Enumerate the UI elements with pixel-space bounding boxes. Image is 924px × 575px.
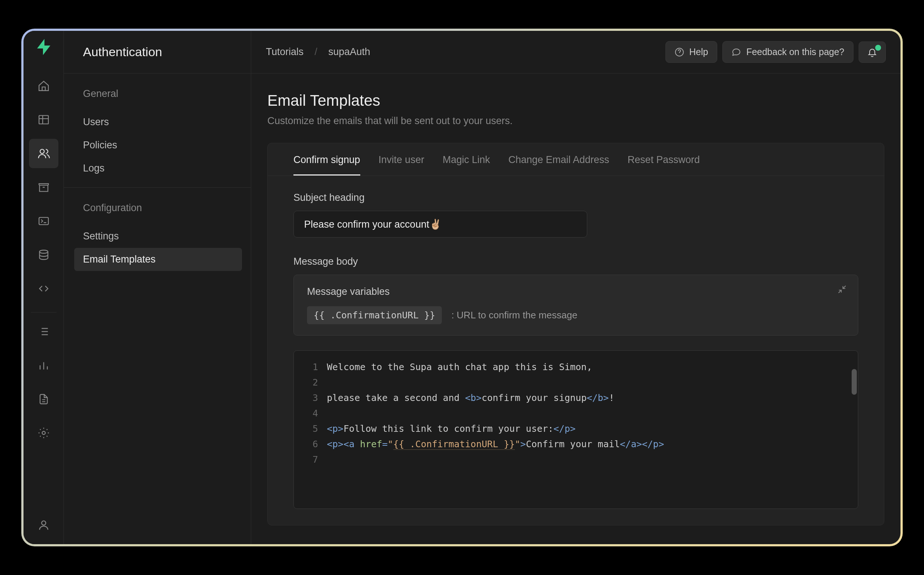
svg-point-5 xyxy=(41,521,46,525)
breadcrumb: Tutorials / supaAuth xyxy=(266,46,370,58)
rail-docs[interactable] xyxy=(29,384,59,414)
body-label: Message body xyxy=(294,256,858,267)
rail-reports[interactable] xyxy=(29,351,59,380)
supabase-logo-icon xyxy=(36,38,52,56)
nav-logs[interactable]: Logs xyxy=(83,157,242,180)
tab-confirm-signup[interactable]: Confirm signup xyxy=(294,154,360,176)
auth-icon xyxy=(38,147,50,160)
rail-tables[interactable] xyxy=(29,105,59,134)
variable-desc: : URL to confirm the message xyxy=(451,310,577,321)
database-icon xyxy=(38,249,50,261)
icon-rail xyxy=(24,31,64,544)
brand-logo[interactable] xyxy=(35,38,52,56)
variables-panel: Message variables {{ .ConfirmationURL }}… xyxy=(294,275,858,335)
home-icon xyxy=(38,80,50,92)
list-icon xyxy=(38,325,50,338)
template-tabs: Confirm signup Invite user Magic Link Ch… xyxy=(268,143,884,176)
rail-database[interactable] xyxy=(29,240,59,270)
feedback-button[interactable]: Feedback on this page? xyxy=(722,41,854,63)
svg-rect-0 xyxy=(39,116,48,124)
rail-home[interactable] xyxy=(29,71,59,101)
variables-title: Message variables xyxy=(307,286,845,297)
tab-change-email[interactable]: Change Email Address xyxy=(508,154,609,176)
rail-list[interactable] xyxy=(29,317,59,346)
reports-icon xyxy=(38,359,50,372)
user-icon xyxy=(38,519,50,531)
help-label: Help xyxy=(689,47,708,57)
notifications-button[interactable] xyxy=(859,41,886,63)
chat-icon xyxy=(732,48,741,57)
nav-group-general: General Users Policies Logs xyxy=(64,73,251,187)
crumb-root[interactable]: Tutorials xyxy=(266,46,304,58)
page-subtitle: Customize the emails that will be sent o… xyxy=(267,115,884,127)
rail-account[interactable] xyxy=(29,510,59,540)
help-button[interactable]: Help xyxy=(665,41,717,63)
svg-point-3 xyxy=(39,250,48,253)
section-title: Authentication xyxy=(64,31,251,73)
nav-users[interactable]: Users xyxy=(83,111,242,133)
rail-terminal[interactable] xyxy=(29,206,59,236)
sidebar: Authentication General Users Policies Lo… xyxy=(64,31,251,544)
page-title: Email Templates xyxy=(267,92,884,110)
panel-body: Subject heading Message body Message var… xyxy=(268,176,884,525)
notification-dot xyxy=(875,45,881,51)
tab-invite-user[interactable]: Invite user xyxy=(379,154,424,176)
nav-policies[interactable]: Policies xyxy=(83,133,242,157)
storage-icon xyxy=(38,181,50,194)
tab-magic-link[interactable]: Magic Link xyxy=(443,154,490,176)
app-window: Authentication General Users Policies Lo… xyxy=(24,31,900,544)
terminal-icon xyxy=(38,215,50,227)
variable-row: {{ .ConfirmationURL }} : URL to confirm … xyxy=(307,306,845,324)
help-icon xyxy=(675,48,684,57)
api-icon xyxy=(38,282,50,295)
subject-input[interactable] xyxy=(294,211,587,238)
nav-group-config: Configuration Settings Email Templates xyxy=(64,187,251,278)
topbar: Tutorials / supaAuth Help Feedback on th… xyxy=(251,31,900,73)
rail-settings[interactable] xyxy=(29,418,59,448)
svg-rect-2 xyxy=(39,218,48,225)
rail-storage[interactable] xyxy=(29,173,59,202)
subject-label: Subject heading xyxy=(294,192,858,203)
code-editor[interactable]: 1Welcome to the Supa auth chat app this … xyxy=(294,350,858,509)
crumb-separator: / xyxy=(315,46,318,58)
crumb-project[interactable]: supaAuth xyxy=(328,46,370,58)
rail-divider xyxy=(31,312,57,313)
nav-group-head: General xyxy=(83,88,242,100)
nav-settings[interactable]: Settings xyxy=(83,225,242,248)
tab-reset-password[interactable]: Reset Password xyxy=(628,154,700,176)
feedback-label: Feedback on this page? xyxy=(746,47,844,57)
collapse-button[interactable] xyxy=(837,284,847,295)
rail-auth[interactable] xyxy=(29,139,59,168)
editor-content: 1Welcome to the Supa auth chat app this … xyxy=(294,351,858,476)
nav-email-templates[interactable]: Email Templates xyxy=(74,248,242,271)
editor-scrollbar[interactable] xyxy=(852,369,857,395)
docs-icon xyxy=(38,393,50,405)
nav-group-head: Configuration xyxy=(83,202,242,214)
content: Email Templates Customize the emails tha… xyxy=(251,73,900,544)
table-icon xyxy=(38,113,50,126)
collapse-icon xyxy=(837,284,847,294)
variable-chip[interactable]: {{ .ConfirmationURL }} xyxy=(307,306,442,324)
main: Tutorials / supaAuth Help Feedback on th… xyxy=(251,31,900,544)
svg-point-4 xyxy=(42,431,45,435)
settings-icon xyxy=(38,427,50,439)
template-panel: Confirm signup Invite user Magic Link Ch… xyxy=(267,143,884,526)
rail-api[interactable] xyxy=(29,274,59,303)
svg-point-1 xyxy=(40,149,44,154)
